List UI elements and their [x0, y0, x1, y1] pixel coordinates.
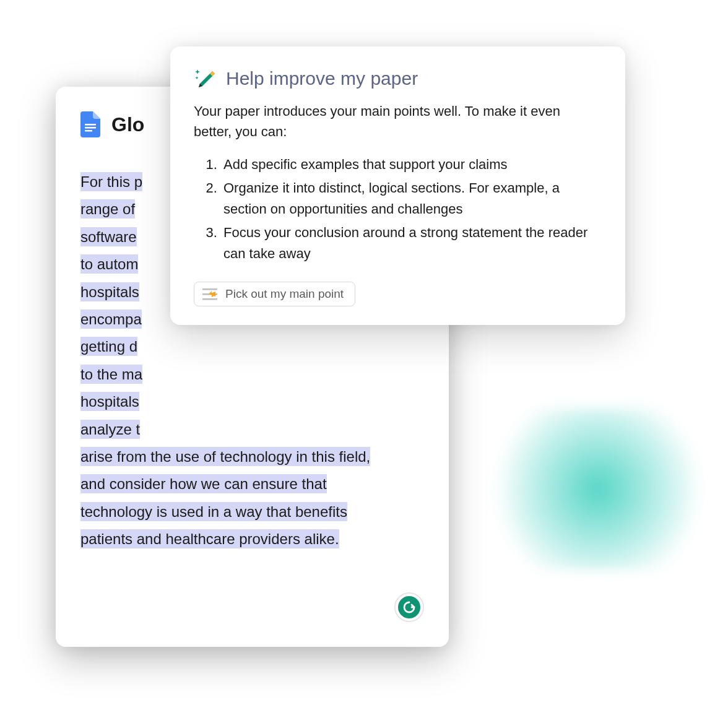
suggestion-item: Add specific examples that support your …: [221, 154, 602, 175]
selected-text-line: range of: [80, 199, 135, 219]
selected-text-line: encompa: [80, 310, 142, 329]
suggestion-list: Add specific examples that support your …: [194, 154, 602, 264]
suggestion-item: Focus your conclusion around a strong st…: [221, 222, 602, 264]
selected-text-line: software: [80, 227, 137, 246]
suggestion-panel: Help improve my paper Your paper introdu…: [170, 46, 625, 325]
svg-rect-5: [202, 298, 217, 300]
selected-text-line: getting d: [80, 337, 137, 356]
selected-text-line: arise from the use of technology in this…: [80, 447, 370, 466]
svg-rect-0: [85, 124, 96, 126]
selected-text-line: hospitals: [80, 392, 139, 411]
document-title: Glo: [111, 113, 144, 136]
highlight-line-icon: [202, 287, 218, 301]
svg-rect-1: [85, 127, 96, 129]
grammarly-badge[interactable]: [394, 592, 424, 622]
panel-intro-text: Your paper introduces your main points w…: [194, 101, 602, 142]
selected-text-line: hospitals: [80, 282, 139, 301]
sparkle-pencil-icon: [194, 67, 216, 90]
selected-text-line: to autom: [80, 254, 138, 274]
grammarly-icon: [398, 596, 420, 618]
pick-main-point-button[interactable]: Pick out my main point: [194, 282, 355, 306]
suggestion-item: Organize it into distinct, logical secti…: [221, 178, 602, 220]
selected-text-line: technology is used in a way that benefit…: [80, 502, 347, 521]
selected-text-line: and consider how we can ensure that: [80, 474, 327, 493]
selected-text-line: to the ma: [80, 365, 142, 384]
panel-title: Help improve my paper: [226, 68, 418, 89]
action-chip-label: Pick out my main point: [225, 287, 344, 301]
background-glow: [474, 409, 722, 569]
selected-text-line: analyze t: [80, 420, 140, 439]
svg-rect-2: [85, 130, 92, 132]
panel-header: Help improve my paper: [194, 67, 602, 90]
selected-text-line: patients and healthcare providers alike.: [80, 529, 339, 548]
google-docs-icon: [80, 111, 100, 137]
selected-text-line: For this p: [80, 172, 142, 191]
svg-rect-3: [202, 288, 217, 290]
